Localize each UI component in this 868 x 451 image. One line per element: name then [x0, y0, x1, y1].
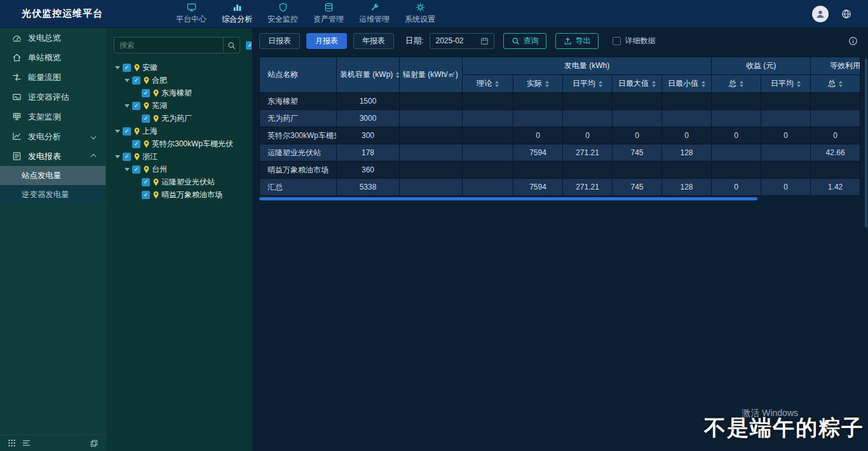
sidebar-item-0[interactable]: 发电总览 [0, 28, 105, 48]
group-generation: 发电量 (kWh) [463, 57, 712, 75]
tree-checkbox[interactable] [123, 64, 131, 72]
subcol-4[interactable]: 日最小值 [662, 75, 712, 93]
sort-icon[interactable] [797, 81, 801, 87]
date-picker[interactable]: 2025-02 [430, 33, 494, 49]
sidebar: 发电总览 单站概览 能量流图 逆变器评估 支架监测 发电分析 发电报表 站点发电… [0, 28, 105, 451]
topnav-item-2[interactable]: 安全监控 [264, 1, 301, 27]
sidebar-item-2[interactable]: 能量流图 [0, 67, 105, 87]
export-button[interactable]: 导出 [555, 33, 599, 49]
topnav-item-1[interactable]: 综合分析 [219, 1, 255, 27]
table-cell [400, 93, 463, 110]
tree-node-9[interactable]: 运隆塑业光伏站 [115, 176, 252, 188]
info-icon[interactable] [848, 36, 858, 46]
tree-checkbox[interactable] [123, 127, 131, 135]
tree-checkbox[interactable] [142, 114, 150, 123]
tree-checkbox[interactable] [142, 178, 150, 186]
sort-icon[interactable] [702, 81, 705, 87]
tree-expander-icon[interactable] [115, 130, 120, 133]
table-cell [563, 93, 613, 110]
search-input[interactable] [114, 41, 223, 50]
language-globe-icon[interactable] [841, 9, 851, 19]
analysis-chart-icon [12, 132, 22, 141]
tree-checkbox[interactable] [132, 102, 140, 110]
sidebar-item-1[interactable]: 单站概览 [0, 48, 105, 67]
tree-checkbox[interactable] [123, 153, 131, 161]
tree-node-1[interactable]: 合肥 [115, 74, 252, 87]
tree-node-10[interactable]: 晴益万象粮油市场 [115, 188, 252, 201]
table-cell [400, 110, 463, 127]
tab-monthly-report[interactable]: 月报表 [306, 33, 347, 49]
subcol-1[interactable]: 实际 [513, 75, 563, 93]
vertical-scrollbar[interactable] [865, 59, 867, 228]
sidebar-item-4[interactable]: 支架监测 [0, 107, 105, 127]
tree-checkbox[interactable] [132, 76, 140, 85]
tree-expander-icon[interactable] [125, 104, 130, 108]
subcol-5[interactable]: 总 [712, 75, 761, 93]
tree-checkbox[interactable] [142, 191, 150, 199]
subcol-7[interactable]: 总 [811, 75, 860, 93]
list-icon[interactable] [22, 439, 31, 447]
tree-node-7[interactable]: 浙江 [115, 150, 252, 163]
sort-icon[interactable] [495, 81, 499, 87]
table-cell [513, 110, 563, 127]
tree-node-0[interactable]: 安徽 [115, 61, 252, 74]
tree-node-5[interactable]: 上海 [115, 125, 252, 137]
sort-icon[interactable] [652, 81, 656, 87]
sort-icon[interactable] [839, 81, 843, 87]
table-row-2[interactable]: 英特尔300kWp车棚光伏3000000000 [260, 127, 860, 144]
tree-node-8[interactable]: 台州 [115, 163, 252, 176]
tree-expander-icon[interactable] [125, 168, 130, 171]
grid-icon[interactable] [8, 439, 16, 447]
tree-node-6[interactable]: 英特尔300kWp车棚光伏 [115, 137, 252, 150]
sidebar-item-5[interactable]: 发电分析 [0, 127, 105, 146]
sort-icon[interactable] [599, 81, 602, 87]
sort-icon[interactable] [740, 81, 743, 87]
query-button[interactable]: 查询 [503, 33, 546, 49]
col-irradiation[interactable]: 辐射量 (kWh/㎡) [400, 57, 463, 93]
sort-icon[interactable] [545, 81, 549, 87]
sidebar-item-6[interactable]: 发电报表 [0, 146, 105, 166]
tree-expander-icon[interactable] [115, 155, 120, 158]
topnav-item-0[interactable]: 平台中心 [173, 1, 210, 27]
tab-daily-report[interactable]: 日报表 [259, 33, 300, 49]
table-cell [811, 93, 860, 110]
sidebar-item-3[interactable]: 逆变器评估 [0, 87, 105, 107]
tree-node-3[interactable]: 芜湖 [115, 99, 252, 112]
tree-checkbox[interactable] [132, 165, 140, 174]
col-capacity[interactable]: 装机容量 (kWp) [337, 57, 400, 93]
table-row-0[interactable]: 东海橡塑1500 [260, 93, 860, 110]
subcol-2[interactable]: 日平均 [563, 75, 613, 93]
tree-checkbox[interactable] [132, 140, 140, 148]
table-cell: 0 [811, 127, 860, 144]
topnav-item-5[interactable]: 系统设置 [402, 1, 438, 27]
chevron-down-icon [91, 134, 96, 139]
detail-data-checkbox[interactable]: 详细数据 [613, 36, 655, 46]
topnav-item-3[interactable]: 资产管理 [310, 1, 347, 27]
tree-checkbox[interactable] [142, 89, 150, 97]
tree-expander-icon[interactable] [125, 79, 130, 82]
submenu-item-0[interactable]: 站点发电量 [0, 166, 105, 185]
sort-icon[interactable] [396, 72, 399, 78]
submenu-item-1[interactable]: 逆变器发电量 [0, 185, 105, 204]
table-cell [712, 110, 761, 127]
collapse-icon[interactable] [90, 440, 98, 447]
tab-yearly-report[interactable]: 年报表 [353, 33, 394, 49]
table-row-1[interactable]: 无为药厂3000 [260, 110, 860, 127]
checkbox-unchecked[interactable] [613, 37, 621, 45]
tree-expander-icon[interactable] [115, 66, 120, 69]
table-cell [613, 93, 662, 110]
tree-node-4[interactable]: 无为药厂 [115, 112, 252, 125]
subcol-3[interactable]: 日最大值 [613, 75, 662, 93]
topnav-item-4[interactable]: 运维管理 [356, 1, 393, 27]
user-avatar[interactable] [812, 6, 829, 22]
subcol-6[interactable]: 日平均 [761, 75, 811, 93]
table-cell [662, 110, 712, 127]
horizontal-scrollbar[interactable] [259, 197, 757, 200]
table-row-4[interactable]: 晴益万象粮油市场360 [260, 162, 860, 179]
topbar-right [812, 6, 868, 22]
table-row-5[interactable]: 汇总53387594271.21745128001.42 [260, 179, 860, 196]
table-row-3[interactable]: 运隆塑业光伏站1787594271.2174512842.66 [260, 144, 860, 162]
subcol-0[interactable]: 理论 [463, 75, 513, 93]
search-icon[interactable] [223, 38, 240, 53]
tree-node-2[interactable]: 东海橡塑 [115, 87, 252, 99]
